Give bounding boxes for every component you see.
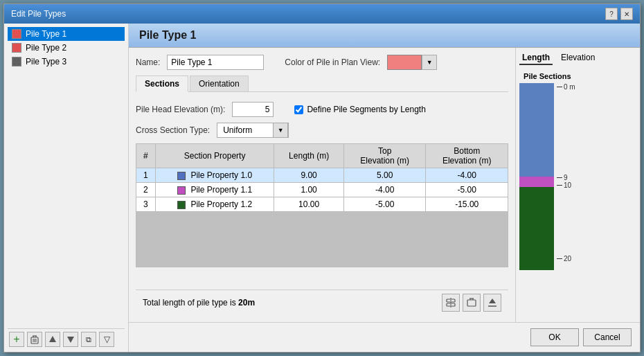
tabs: Sections Orientation — [136, 75, 508, 92]
edit-pile-types-dialog: Edit Pile Types ? ✕ Pile Type 1 Pile Typ… — [3, 3, 641, 353]
ruler-line — [557, 177, 562, 178]
ruler-spacer-1 — [557, 91, 575, 174]
cell-bot-elev: -5.00 — [426, 183, 508, 197]
pile-segment-3 — [519, 187, 554, 270]
pile-color-indicator — [12, 43, 21, 53]
content-area: Pile Type 1 Pile Type 2 Pile Type 3 + — [4, 24, 640, 352]
pile-list-item[interactable]: Pile Type 1 — [8, 27, 125, 41]
cross-section-row: Cross Section Type: Uniform ▼ — [136, 123, 508, 138]
cross-section-label: Cross Section Type: — [136, 125, 210, 135]
total-text: Total length of pile type is 20m — [143, 298, 255, 308]
define-segments-checkbox[interactable] — [294, 105, 303, 114]
cell-num: 2 — [136, 183, 156, 197]
pile-ruler: 0 m 9 — [557, 83, 575, 262]
copy-button[interactable]: ⧉ — [81, 332, 96, 347]
close-button[interactable]: ✕ — [620, 8, 633, 20]
color-label: Color of Pile in Plan View: — [285, 57, 380, 67]
ok-button[interactable]: OK — [530, 328, 579, 346]
table-actions — [442, 294, 501, 312]
pile-bar-container: 0 m 9 — [519, 83, 575, 270]
table-row[interactable]: 3 Pile Property 1.2 10.00 -5.00 -15.00 — [136, 197, 508, 212]
move-to-top-button[interactable] — [483, 294, 501, 312]
pile-bar — [519, 83, 554, 270]
sections-table: # Section Property Length (m) TopElevati… — [136, 143, 508, 212]
ruler-label-10: 10 — [557, 181, 575, 189]
pile-detail-title: Pile Type 1 — [129, 24, 640, 48]
ruler-spacer-2 — [557, 189, 575, 255]
cross-section-dropdown-button[interactable]: ▼ — [273, 123, 288, 138]
pile-head-row: Pile Head Elevation (m): Define Pile Seg… — [136, 102, 508, 117]
tab-orientation[interactable]: Orientation — [190, 75, 249, 91]
table-empty-area — [136, 212, 508, 267]
svg-marker-8 — [67, 337, 74, 343]
delete-pile-button[interactable] — [27, 332, 42, 347]
cancel-button[interactable]: Cancel — [583, 328, 632, 346]
col-header-bottom-elevation: BottomElevation (m) — [426, 144, 508, 168]
pile-color-indicator — [12, 29, 21, 39]
pile-list-item-label: Pile Type 3 — [26, 57, 66, 66]
cross-section-select[interactable]: Uniform ▼ — [217, 123, 289, 138]
pile-color-button[interactable] — [387, 55, 422, 70]
move-up-button[interactable] — [45, 332, 60, 347]
tab-sections[interactable]: Sections — [136, 75, 188, 92]
col-header-section-property: Section Property — [155, 144, 274, 168]
cell-length: 10.00 — [274, 197, 344, 212]
main-actions: OK Cancel — [129, 322, 640, 352]
pile-sections-area: Pile Sections 0 m — [519, 72, 575, 315]
right-panel: Length Elevation Pile Sections — [515, 48, 640, 322]
col-header-top-elevation: TopElevation (m) — [343, 144, 426, 168]
table-wrapper: # Section Property Length (m) TopElevati… — [136, 143, 508, 284]
pile-head-label: Pile Head Elevation (m): — [136, 105, 225, 114]
cell-top-elev: -5.00 — [343, 197, 426, 212]
right-tab-length[interactable]: Length — [519, 51, 553, 65]
row-color-indicator — [177, 172, 186, 180]
name-label: Name: — [136, 57, 160, 67]
pile-visualization: Pile Sections 0 m — [519, 69, 636, 319]
color-dropdown-button[interactable]: ▼ — [422, 55, 437, 70]
cell-top-elev: 5.00 — [343, 168, 426, 183]
filter-button[interactable]: ▽ — [99, 332, 114, 347]
pile-list-item[interactable]: Pile Type 3 — [8, 55, 125, 69]
cell-property: Pile Property 1.2 — [155, 197, 274, 212]
pile-segment-2 — [519, 177, 554, 187]
svg-rect-12 — [467, 300, 476, 306]
title-bar: Edit Pile Types ? ✕ — [4, 4, 640, 24]
left-toolbar: + ⧉ ▽ — [8, 328, 125, 348]
cell-top-elev: -4.00 — [343, 183, 426, 197]
ruler-line — [557, 185, 562, 186]
center-panel: Name: Color of Pile in Plan View: ▼ Sect… — [129, 48, 515, 322]
table-row[interactable]: 2 Pile Property 1.1 1.00 -4.00 -5.00 — [136, 183, 508, 197]
pile-sections-title: Pile Sections — [524, 72, 571, 80]
bottom-bar: Total length of pile type is 20m — [136, 290, 508, 315]
cell-property: Pile Property 1.0 — [155, 168, 274, 183]
row-color-indicator — [177, 186, 186, 195]
ruler-label-20: 20 — [557, 255, 575, 262]
dialog-title: Edit Pile Types — [11, 9, 66, 19]
cell-property: Pile Property 1.1 — [155, 183, 274, 197]
svg-marker-16 — [489, 299, 496, 303]
help-button[interactable]: ? — [605, 8, 618, 20]
move-down-button[interactable] — [63, 332, 78, 347]
col-header-num: # — [136, 144, 156, 168]
title-bar-buttons: ? ✕ — [605, 8, 633, 20]
pile-head-input[interactable] — [232, 102, 274, 117]
pile-segment-1 — [519, 83, 554, 177]
cell-length: 9.00 — [274, 168, 344, 183]
row-color-indicator — [177, 201, 186, 209]
ruler-line — [557, 258, 562, 259]
add-pile-button[interactable]: + — [9, 332, 24, 347]
ruler-line — [557, 87, 562, 87]
delete-row-button[interactable] — [463, 294, 481, 312]
pile-list-item[interactable]: Pile Type 2 — [8, 41, 125, 55]
table-row[interactable]: 1 Pile Property 1.0 9.00 5.00 -4.00 — [136, 168, 508, 183]
cross-section-value: Uniform — [217, 124, 273, 136]
main-body: Name: Color of Pile in Plan View: ▼ Sect… — [129, 48, 640, 322]
define-segments-checkbox-label[interactable]: Define Pile Segments by Length — [294, 105, 425, 114]
cell-bot-elev: -4.00 — [426, 168, 508, 183]
insert-row-button[interactable] — [442, 294, 460, 312]
cell-num: 3 — [136, 197, 156, 212]
right-tab-elevation[interactable]: Elevation — [558, 51, 598, 65]
name-input[interactable] — [167, 55, 264, 70]
pile-list-item-label: Pile Type 1 — [26, 29, 66, 39]
col-header-length: Length (m) — [274, 144, 344, 168]
